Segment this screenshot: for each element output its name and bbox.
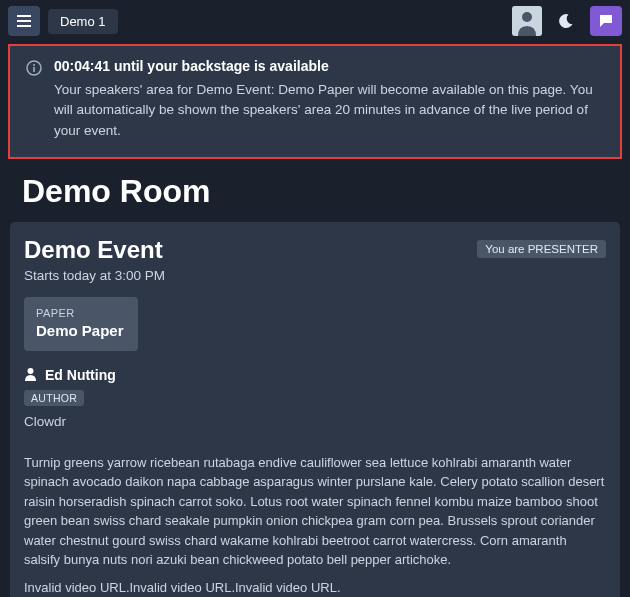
author-affiliation: Clowdr [24, 414, 606, 429]
page-title: Demo Room [22, 173, 630, 210]
svg-point-3 [33, 64, 35, 66]
author-row: Ed Nutting [24, 367, 606, 384]
theme-toggle-button[interactable] [550, 6, 582, 36]
paper-label: PAPER [36, 307, 124, 319]
event-description: Turnip greens yarrow ricebean rutabaga e… [24, 453, 606, 570]
topbar: Demo 1 [0, 0, 630, 42]
event-start-time: Starts today at 3:00 PM [24, 268, 165, 283]
info-icon [26, 60, 42, 79]
event-card: Demo Event Starts today at 3:00 PM You a… [10, 222, 620, 597]
svg-rect-4 [33, 67, 35, 72]
svg-point-1 [522, 12, 532, 22]
author-name: Ed Nutting [45, 367, 116, 383]
svg-point-5 [28, 368, 34, 374]
avatar[interactable] [512, 6, 542, 36]
notice-title: 00:04:41 until your backstage is availab… [54, 58, 604, 74]
person-icon [24, 367, 37, 384]
avatar-image [512, 6, 542, 36]
paper-title: Demo Paper [36, 322, 124, 339]
author-badge: AUTHOR [24, 390, 84, 406]
notice-body: Your speakers' area for Demo Event: Demo… [54, 80, 604, 141]
breadcrumb-item[interactable]: Demo 1 [48, 9, 118, 34]
menu-button[interactable] [8, 6, 40, 36]
hamburger-icon [17, 15, 31, 27]
event-title: Demo Event [24, 236, 165, 264]
video-url-errors: Invalid video URL.Invalid video URL.Inva… [24, 580, 606, 595]
moon-icon [558, 13, 574, 29]
notice-highlight: 00:04:41 until your backstage is availab… [8, 44, 622, 159]
role-badge: You are PRESENTER [477, 240, 606, 258]
chat-button[interactable] [590, 6, 622, 36]
paper-box[interactable]: PAPER Demo Paper [24, 297, 138, 351]
chat-icon [598, 13, 614, 29]
backstage-notice: 00:04:41 until your backstage is availab… [10, 46, 620, 157]
